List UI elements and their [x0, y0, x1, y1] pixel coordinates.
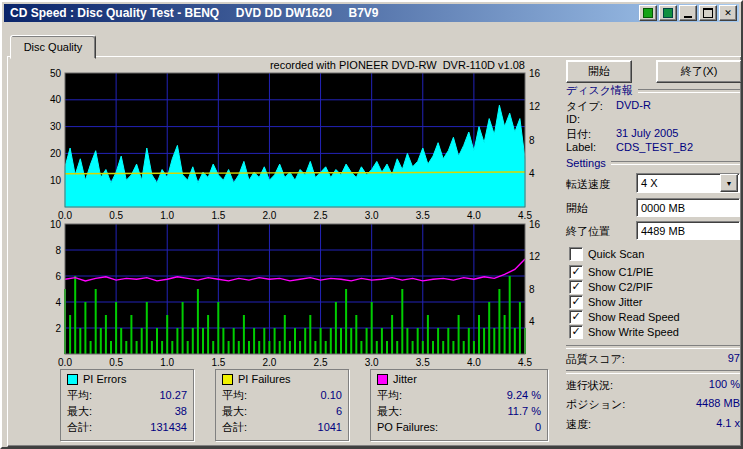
svg-text:20: 20: [50, 148, 62, 159]
checkbox-label: Show Jitter: [588, 296, 642, 308]
stat-label: 平均:: [222, 388, 247, 402]
divider: [638, 89, 740, 93]
start-position-input[interactable]: [636, 198, 740, 217]
maximize-icon: [703, 8, 713, 18]
maximize-button[interactable]: [699, 5, 717, 21]
checkbox-box[interactable]: ✓: [569, 265, 583, 279]
checkbox-show-read-speed[interactable]: ✓ Show Read Speed: [569, 310, 680, 324]
stats-box-title: Jitter: [393, 373, 417, 385]
stat-value: 131434: [150, 420, 187, 434]
stat-label: 平均:: [67, 388, 92, 402]
svg-text:1.5: 1.5: [211, 357, 225, 368]
svg-text:8: 8: [529, 284, 535, 295]
svg-text:4: 4: [529, 316, 535, 327]
svg-text:6: 6: [55, 271, 61, 282]
checkbox-show-c1-pie[interactable]: ✓ Show C1/PIE: [569, 265, 653, 279]
quality-score-value: 97: [640, 352, 740, 364]
pi-errors-stats-box: PI Errors 平均:10.27 最大:38 合計:131434: [60, 369, 194, 441]
minimize-button[interactable]: [679, 5, 697, 21]
svg-text:16: 16: [529, 68, 541, 79]
svg-text:10: 10: [50, 219, 62, 230]
chevron-down-icon[interactable]: ▼: [720, 174, 738, 192]
checkbox-box[interactable]: ✓: [569, 310, 583, 324]
speed-select[interactable]: 4 X ▼: [636, 173, 740, 193]
stat-value: 38: [175, 404, 187, 418]
stat-label: 最大:: [377, 404, 402, 418]
settings-header: Settings: [566, 157, 740, 169]
titlebar-tool-icon-1[interactable]: [639, 5, 657, 21]
end-position-label: 終了位置: [566, 224, 610, 239]
pi-failures-stats-box: PI Failures 平均:0.10 最大:6 合計:1041: [215, 369, 349, 441]
minimize-icon: [684, 16, 692, 18]
window-title: CD Speed : Disc Quality Test - BENQ DVD …: [4, 6, 379, 20]
svg-text:0.0: 0.0: [58, 357, 72, 368]
titlebar-tool-icon-2[interactable]: [659, 5, 677, 21]
speed-select-value: 4 X: [637, 177, 720, 189]
stat-value: 10.27: [159, 388, 187, 402]
svg-text:2: 2: [55, 323, 61, 334]
checkbox-quick-scan[interactable]: Quick Scan: [569, 247, 644, 261]
stat-value: 6: [336, 404, 342, 418]
svg-text:12: 12: [529, 101, 541, 112]
checkbox-box[interactable]: ✓: [569, 280, 583, 294]
svg-text:8: 8: [55, 245, 61, 256]
svg-text:1.0: 1.0: [160, 357, 174, 368]
stat-label: 合計:: [222, 420, 247, 434]
stat-label: 合計:: [67, 420, 92, 434]
stats-box-title: PI Errors: [83, 373, 126, 385]
end-position-input[interactable]: [636, 221, 740, 240]
svg-text:8: 8: [529, 135, 535, 146]
pi-failures-jitter-chart: 2468104812160.00.51.01.52.02.53.03.54.04…: [41, 219, 545, 371]
svg-text:4: 4: [55, 297, 61, 308]
speed-label: 速度:: [566, 417, 591, 432]
stats-box-title: PI Failures: [238, 373, 291, 385]
progress-label: 進行状況:: [566, 378, 613, 393]
disc-label-value: CDS_TEST_B2: [616, 141, 693, 153]
checkbox-show-write-speed[interactable]: ✓ Show Write Speed: [569, 325, 679, 339]
svg-text:2.0: 2.0: [262, 357, 276, 368]
position-label: ポジション:: [566, 397, 625, 412]
checkbox-label: Show C1/PIE: [588, 266, 653, 278]
divider: [611, 161, 740, 165]
svg-text:4.0: 4.0: [467, 357, 481, 368]
progress-value: 100 %: [640, 378, 740, 390]
checkbox-show-jitter[interactable]: ✓ Show Jitter: [569, 295, 642, 309]
svg-text:30: 30: [50, 121, 62, 132]
disc-label-label: Label:: [566, 141, 596, 153]
titlebar[interactable]: CD Speed : Disc Quality Test - BENQ DVD …: [4, 4, 739, 22]
exit-button-label: 終了(X): [681, 64, 718, 79]
checkbox-label: Show Read Speed: [588, 311, 680, 323]
pi-failures-swatch: [222, 374, 233, 385]
start-button-label: 開始: [588, 64, 610, 79]
pi-errors-chart: 10203040504812160.00.51.01.52.02.53.03.5…: [41, 68, 545, 224]
checkbox-box[interactable]: ✓: [569, 325, 583, 339]
svg-text:3.0: 3.0: [365, 357, 379, 368]
stat-value: 0.10: [321, 388, 342, 402]
stat-value: 11.7 %: [508, 404, 541, 418]
checkbox-box[interactable]: ✓: [569, 295, 583, 309]
checkbox-label: Quick Scan: [588, 248, 644, 260]
stat-value: 0: [535, 420, 541, 434]
tab-page: recorded with PIONEER DVD-RW DVR-110D v1…: [7, 56, 742, 447]
transfer-speed-label: 転送速度: [566, 177, 610, 192]
svg-text:4: 4: [529, 168, 535, 179]
disc-type-value: DVD-R: [616, 99, 651, 111]
tab-disc-quality[interactable]: Disc Quality: [10, 35, 96, 59]
close-button[interactable]: ✕: [719, 5, 737, 21]
checkbox-show-c2-pif[interactable]: ✓ Show C2/PIF: [569, 280, 653, 294]
speed-value: 4.1 x: [640, 417, 740, 429]
stat-label: 最大:: [222, 404, 247, 418]
exit-button[interactable]: 終了(X): [656, 60, 742, 83]
start-button[interactable]: 開始: [566, 60, 632, 83]
app-window: CD Speed : Disc Quality Test - BENQ DVD …: [0, 0, 743, 449]
close-icon: ✕: [724, 9, 732, 18]
checkbox-label: Show Write Speed: [588, 326, 679, 338]
disc-date-value: 31 July 2005: [616, 127, 678, 139]
checkbox-box[interactable]: [569, 247, 583, 261]
disc-date-label: 日付:: [566, 127, 591, 142]
svg-text:12: 12: [529, 251, 541, 262]
disc-type-label: タイプ:: [566, 99, 603, 114]
svg-text:4.5: 4.5: [518, 357, 532, 368]
stat-label: 最大:: [67, 404, 92, 418]
svg-text:3.5: 3.5: [416, 357, 430, 368]
